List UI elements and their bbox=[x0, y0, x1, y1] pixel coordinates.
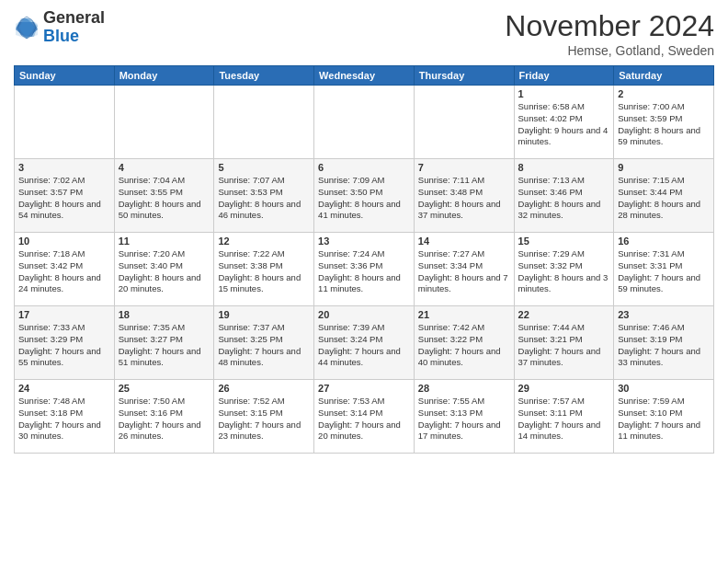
day-number: 6 bbox=[318, 162, 410, 173]
header-thursday: Thursday bbox=[414, 66, 514, 86]
header-monday: Monday bbox=[114, 66, 214, 86]
day-info: Sunrise: 7:57 AMSunset: 3:11 PMDaylight:… bbox=[518, 396, 610, 442]
cell-0-3 bbox=[314, 86, 415, 159]
cell-1-4: 7Sunrise: 7:11 AMSunset: 3:48 PMDaylight… bbox=[414, 159, 514, 233]
week-row-1: 3Sunrise: 7:02 AMSunset: 3:57 PMDaylight… bbox=[15, 159, 714, 233]
cell-1-3: 6Sunrise: 7:09 AMSunset: 3:50 PMDaylight… bbox=[314, 159, 415, 233]
week-row-0: 1Sunrise: 6:58 AMSunset: 4:02 PMDaylight… bbox=[15, 86, 714, 159]
header-saturday: Saturday bbox=[614, 66, 714, 86]
day-number: 25 bbox=[119, 383, 210, 394]
day-info: Sunrise: 7:15 AMSunset: 3:44 PMDaylight:… bbox=[618, 175, 710, 222]
cell-0-1 bbox=[114, 86, 214, 159]
day-info: Sunrise: 7:29 AMSunset: 3:32 PMDaylight:… bbox=[518, 248, 610, 295]
cell-3-0: 17Sunrise: 7:33 AMSunset: 3:29 PMDayligh… bbox=[15, 306, 115, 380]
cell-4-0: 24Sunrise: 7:48 AMSunset: 3:18 PMDayligh… bbox=[15, 380, 115, 454]
day-number: 19 bbox=[218, 309, 310, 320]
day-info: Sunrise: 7:11 AMSunset: 3:48 PMDaylight:… bbox=[418, 175, 510, 222]
day-info: Sunrise: 7:20 AMSunset: 3:40 PMDaylight:… bbox=[119, 248, 210, 295]
location: Hemse, Gotland, Sweden bbox=[505, 43, 714, 58]
cell-1-6: 9Sunrise: 7:15 AMSunset: 3:44 PMDaylight… bbox=[614, 159, 714, 233]
day-info: Sunrise: 7:13 AMSunset: 3:46 PMDaylight:… bbox=[518, 175, 610, 222]
day-info: Sunrise: 7:02 AMSunset: 3:57 PMDaylight:… bbox=[18, 175, 110, 222]
cell-3-6: 23Sunrise: 7:46 AMSunset: 3:19 PMDayligh… bbox=[614, 306, 714, 380]
day-number: 10 bbox=[18, 236, 110, 247]
cell-2-4: 14Sunrise: 7:27 AMSunset: 3:34 PMDayligh… bbox=[414, 233, 514, 306]
day-info: Sunrise: 7:59 AMSunset: 3:10 PMDaylight:… bbox=[618, 396, 710, 442]
day-number: 3 bbox=[18, 162, 110, 173]
header-sunday: Sunday bbox=[15, 66, 115, 86]
day-info: Sunrise: 7:18 AMSunset: 3:42 PMDaylight:… bbox=[18, 248, 110, 295]
cell-0-2 bbox=[214, 86, 314, 159]
day-info: Sunrise: 7:48 AMSunset: 3:18 PMDaylight:… bbox=[18, 396, 110, 442]
day-info: Sunrise: 7:24 AMSunset: 3:36 PMDaylight:… bbox=[318, 248, 410, 295]
day-number: 9 bbox=[618, 162, 710, 173]
day-number: 18 bbox=[119, 309, 210, 320]
day-number: 7 bbox=[418, 162, 510, 173]
header: General Blue November 2024 Hemse, Gotlan… bbox=[14, 9, 714, 58]
logo-text: General Blue bbox=[43, 9, 105, 46]
day-number: 11 bbox=[119, 236, 210, 247]
cell-1-5: 8Sunrise: 7:13 AMSunset: 3:46 PMDaylight… bbox=[514, 159, 614, 233]
cell-2-1: 11Sunrise: 7:20 AMSunset: 3:40 PMDayligh… bbox=[114, 233, 214, 306]
day-number: 4 bbox=[119, 162, 210, 173]
day-number: 16 bbox=[618, 236, 710, 247]
cell-3-1: 18Sunrise: 7:35 AMSunset: 3:27 PMDayligh… bbox=[114, 306, 214, 380]
day-info: Sunrise: 7:52 AMSunset: 3:15 PMDaylight:… bbox=[218, 396, 310, 442]
cell-4-1: 25Sunrise: 7:50 AMSunset: 3:16 PMDayligh… bbox=[114, 380, 214, 454]
day-info: Sunrise: 7:50 AMSunset: 3:16 PMDaylight:… bbox=[119, 396, 210, 442]
cell-4-3: 27Sunrise: 7:53 AMSunset: 3:14 PMDayligh… bbox=[314, 380, 415, 454]
cell-4-2: 26Sunrise: 7:52 AMSunset: 3:15 PMDayligh… bbox=[214, 380, 314, 454]
cell-4-4: 28Sunrise: 7:55 AMSunset: 3:13 PMDayligh… bbox=[414, 380, 514, 454]
day-number: 8 bbox=[518, 162, 610, 173]
day-info: Sunrise: 7:07 AMSunset: 3:53 PMDaylight:… bbox=[218, 175, 310, 222]
day-number: 30 bbox=[618, 383, 710, 394]
day-info: Sunrise: 7:42 AMSunset: 3:22 PMDaylight:… bbox=[418, 322, 510, 369]
day-number: 13 bbox=[318, 236, 410, 247]
cell-3-2: 19Sunrise: 7:37 AMSunset: 3:25 PMDayligh… bbox=[214, 306, 314, 380]
day-info: Sunrise: 7:04 AMSunset: 3:55 PMDaylight:… bbox=[119, 175, 210, 222]
day-number: 21 bbox=[418, 309, 510, 320]
cell-0-0 bbox=[15, 86, 115, 159]
header-wednesday: Wednesday bbox=[314, 66, 415, 86]
cell-2-5: 15Sunrise: 7:29 AMSunset: 3:32 PMDayligh… bbox=[514, 233, 614, 306]
cell-2-6: 16Sunrise: 7:31 AMSunset: 3:31 PMDayligh… bbox=[614, 233, 714, 306]
day-info: Sunrise: 7:46 AMSunset: 3:19 PMDaylight:… bbox=[618, 322, 710, 369]
day-number: 28 bbox=[418, 383, 510, 394]
day-info: Sunrise: 7:37 AMSunset: 3:25 PMDaylight:… bbox=[218, 322, 310, 369]
day-number: 20 bbox=[318, 309, 410, 320]
day-number: 22 bbox=[518, 309, 610, 320]
day-number: 5 bbox=[218, 162, 310, 173]
day-info: Sunrise: 7:35 AMSunset: 3:27 PMDaylight:… bbox=[119, 322, 210, 369]
day-number: 15 bbox=[518, 236, 610, 247]
week-row-2: 10Sunrise: 7:18 AMSunset: 3:42 PMDayligh… bbox=[15, 233, 714, 306]
day-number: 17 bbox=[18, 309, 110, 320]
day-number: 29 bbox=[518, 383, 610, 394]
title-block: November 2024 Hemse, Gotland, Sweden bbox=[505, 9, 714, 58]
day-number: 27 bbox=[318, 383, 410, 394]
cell-4-5: 29Sunrise: 7:57 AMSunset: 3:11 PMDayligh… bbox=[514, 380, 614, 454]
day-info: Sunrise: 6:58 AMSunset: 4:02 PMDaylight:… bbox=[518, 101, 610, 148]
logo: General Blue bbox=[14, 9, 105, 46]
day-info: Sunrise: 7:27 AMSunset: 3:34 PMDaylight:… bbox=[418, 248, 510, 295]
cell-2-2: 12Sunrise: 7:22 AMSunset: 3:38 PMDayligh… bbox=[214, 233, 314, 306]
cell-1-1: 4Sunrise: 7:04 AMSunset: 3:55 PMDaylight… bbox=[114, 159, 214, 233]
cell-0-4 bbox=[414, 86, 514, 159]
header-tuesday: Tuesday bbox=[214, 66, 314, 86]
cell-3-4: 21Sunrise: 7:42 AMSunset: 3:22 PMDayligh… bbox=[414, 306, 514, 380]
logo-blue-text: Blue bbox=[43, 27, 79, 45]
month-title: November 2024 bbox=[505, 9, 714, 43]
header-friday: Friday bbox=[514, 66, 614, 86]
day-number: 24 bbox=[18, 383, 110, 394]
week-row-4: 24Sunrise: 7:48 AMSunset: 3:18 PMDayligh… bbox=[15, 380, 714, 454]
day-number: 2 bbox=[618, 88, 710, 99]
day-number: 1 bbox=[518, 88, 610, 99]
day-info: Sunrise: 7:22 AMSunset: 3:38 PMDaylight:… bbox=[218, 248, 310, 295]
cell-3-5: 22Sunrise: 7:44 AMSunset: 3:21 PMDayligh… bbox=[514, 306, 614, 380]
day-number: 26 bbox=[218, 383, 310, 394]
day-number: 23 bbox=[618, 309, 710, 320]
day-info: Sunrise: 7:00 AMSunset: 3:59 PMDaylight:… bbox=[618, 101, 710, 148]
cell-4-6: 30Sunrise: 7:59 AMSunset: 3:10 PMDayligh… bbox=[614, 380, 714, 454]
day-info: Sunrise: 7:31 AMSunset: 3:31 PMDaylight:… bbox=[618, 248, 710, 295]
calendar-table: Sunday Monday Tuesday Wednesday Thursday… bbox=[14, 65, 714, 454]
cell-2-0: 10Sunrise: 7:18 AMSunset: 3:42 PMDayligh… bbox=[15, 233, 115, 306]
